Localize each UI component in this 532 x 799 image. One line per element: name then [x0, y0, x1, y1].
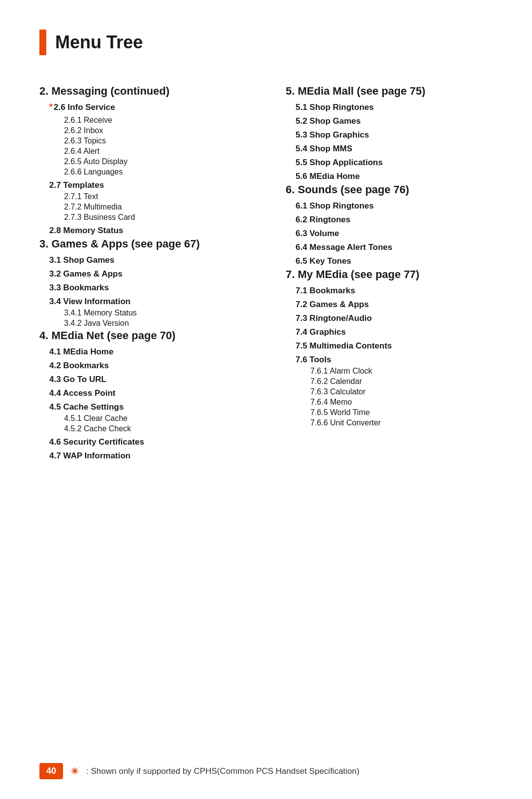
section-section6: 6. Sounds (see page 76)6.1 Shop Ringtone… — [286, 183, 493, 266]
sub-heading-item: 5.5 Shop Applications — [286, 158, 493, 168]
footer-note: : Shown only if supported by CPHS(Common… — [86, 766, 360, 776]
sub-heading-item: 4.6 Security Certificates — [39, 437, 246, 447]
sub-item: 7.6.4 Memo — [286, 398, 493, 407]
sub-heading-item: 3.3 Bookmarks — [39, 283, 246, 293]
left-column: 2. Messaging (continued)*2.6 Info Servic… — [39, 85, 256, 463]
sub-item: 2.7.2 Multimedia — [39, 203, 246, 211]
sub-item: 7.6.5 World Time — [286, 408, 493, 417]
sub-heading-item: 4.5 Cache Settings — [39, 402, 246, 412]
footer: 40 ✳ : Shown only if supported by CPHS(C… — [0, 763, 532, 779]
sub-item: 3.4.2 Java Version — [39, 319, 246, 328]
sub-item: 4.5.2 Cache Check — [39, 424, 246, 433]
sub-heading-item: 2.7 Templates — [39, 180, 246, 190]
sub-heading-item: 4.7 WAP Information — [39, 451, 246, 461]
sub-heading-item: 5.6 MEdia Home — [286, 172, 493, 181]
sub-heading-item: 5.2 Shop Games — [286, 116, 493, 126]
sub-item: 7.6.1 Alarm Clock — [286, 367, 493, 376]
sub-heading-item: 6.5 Key Tones — [286, 256, 493, 266]
sub-item: 7.6.2 Calendar — [286, 377, 493, 386]
sub-heading-item: 5.3 Shop Graphics — [286, 130, 493, 140]
section-heading-section3: 3. Games & Apps (see page 67) — [39, 238, 246, 250]
sub-heading-item: 3.4 View Information — [39, 297, 246, 307]
content-columns: 2. Messaging (continued)*2.6 Info Servic… — [39, 85, 493, 463]
section-section7: 7. My MEdia (see page 77)7.1 Bookmarks7.… — [286, 268, 493, 427]
sub-heading-item: 7.2 Games & Apps — [286, 300, 493, 310]
sub-heading-item: 7.1 Bookmarks — [286, 286, 493, 296]
sub-item: 3.4.1 Memory Status — [39, 309, 246, 317]
sub-heading-item: 7.6 Tools — [286, 355, 493, 365]
sub-heading-item: 4.4 Access Point — [39, 388, 246, 398]
sub-heading-item: 6.4 Message Alert Tones — [286, 243, 493, 252]
sub-heading-item: 6.3 Volume — [286, 229, 493, 239]
sub-heading-item: 5.4 Shop MMS — [286, 144, 493, 154]
sub-heading-item: 5.1 Shop Ringtones — [286, 103, 493, 112]
sub-item: 2.6.2 Inbox — [39, 126, 246, 135]
sub-heading-label: 2.6 Info Service — [54, 103, 115, 112]
page-number-badge: 40 — [39, 763, 63, 779]
orange-bar-decoration — [39, 30, 46, 55]
asterisk-icon: * — [49, 102, 53, 113]
sub-heading-item: 3.2 Games & Apps — [39, 269, 246, 279]
section-section3: 3. Games & Apps (see page 67)3.1 Shop Ga… — [39, 238, 246, 328]
sub-heading-item: 6.2 Ringtones — [286, 215, 493, 225]
section-section5: 5. MEdia Mall (see page 75)5.1 Shop Ring… — [286, 85, 493, 181]
sub-heading-item: 2.8 Memory Status — [39, 226, 246, 236]
sub-item: 2.7.1 Text — [39, 192, 246, 201]
sub-heading-item: 4.2 Bookmarks — [39, 361, 246, 371]
sub-heading-item: 3.1 Shop Games — [39, 255, 246, 265]
sub-item: 2.6.4 Alert — [39, 147, 246, 156]
right-column: 5. MEdia Mall (see page 75)5.1 Shop Ring… — [276, 85, 493, 463]
header-section: Menu Tree — [39, 30, 493, 55]
sub-item: 2.6.6 Languages — [39, 168, 246, 176]
sub-item: 2.6.1 Receive — [39, 116, 246, 125]
sub-heading-item: 7.5 Multimedia Contents — [286, 341, 493, 351]
page-container: Menu Tree 2. Messaging (continued)*2.6 I… — [0, 0, 532, 799]
footer-asterisk-icon: ✳ — [71, 766, 78, 777]
sub-item: 7.6.3 Calculator — [286, 387, 493, 396]
sub-heading-item: 4.3 Go To URL — [39, 375, 246, 384]
sub-heading-item: 7.3 Ringtone/Audio — [286, 313, 493, 323]
section-section2: 2. Messaging (continued)*2.6 Info Servic… — [39, 85, 246, 236]
sub-item: 2.7.3 Business Card — [39, 213, 246, 222]
sub-heading-item: 4.1 MEdia Home — [39, 347, 246, 357]
sub-heading-item: 7.4 Graphics — [286, 327, 493, 337]
section-heading-section6: 6. Sounds (see page 76) — [286, 183, 493, 196]
page-title: Menu Tree — [55, 32, 143, 53]
sub-item: 7.6.6 Unit Converter — [286, 418, 493, 427]
section-heading-section5: 5. MEdia Mall (see page 75) — [286, 85, 493, 98]
sub-item: 2.6.3 Topics — [39, 137, 246, 145]
sub-heading-item: 6.1 Shop Ringtones — [286, 201, 493, 211]
section-heading-section2: 2. Messaging (continued) — [39, 85, 246, 98]
sub-heading-asterisk-item: *2.6 Info Service — [39, 103, 246, 114]
section-heading-section7: 7. My MEdia (see page 77) — [286, 268, 493, 281]
section-heading-section4: 4. MEdia Net (see page 70) — [39, 329, 246, 342]
section-section4: 4. MEdia Net (see page 70)4.1 MEdia Home… — [39, 329, 246, 461]
sub-item: 2.6.5 Auto Display — [39, 157, 246, 166]
sub-item: 4.5.1 Clear Cache — [39, 414, 246, 423]
